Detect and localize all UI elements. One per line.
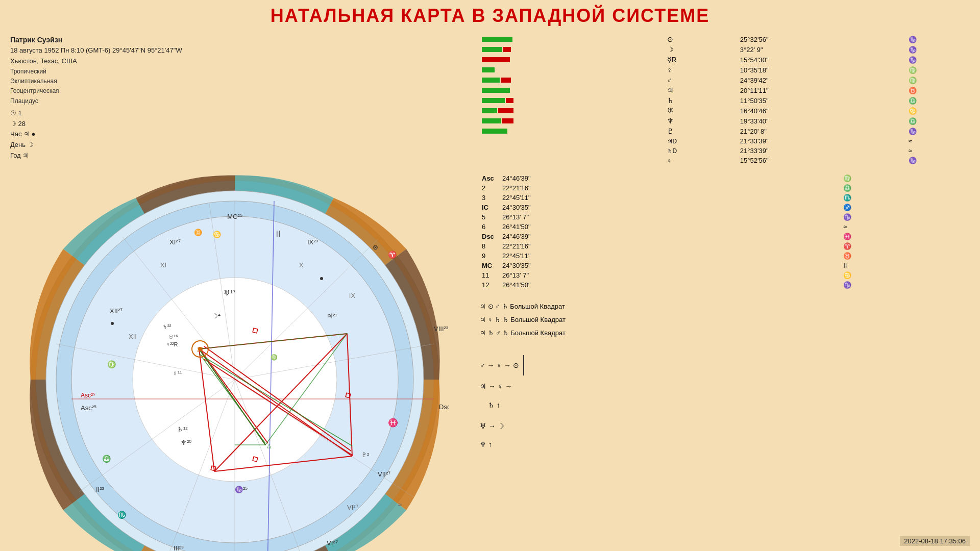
planet-row-moon: ☽ 3°22' 9" ♑ bbox=[480, 44, 970, 55]
house-11: 11 26°13' 7" ♋ bbox=[480, 270, 970, 280]
aspect-1: ♃ ⊙ ♂ ♄ Большой Квадрат bbox=[480, 300, 970, 313]
aspect-2: ♃ ♀ ♄ ♄ Большой Квадрат bbox=[480, 313, 970, 327]
person-name: Патрик Суэйзн bbox=[10, 34, 459, 45]
house-ic: IC 24°30'35" ♐ bbox=[480, 203, 970, 212]
svg-text:♈: ♈ bbox=[388, 251, 397, 259]
count-hour: Час ♃ ● bbox=[10, 129, 459, 140]
extra-sd: ♄D 21°33'39" ≈ bbox=[480, 146, 970, 156]
svg-text:⊗: ⊗ bbox=[373, 243, 378, 251]
house-5: 5 26°13' 7" ♑ bbox=[480, 212, 970, 222]
person-date: 18 августа 1952 Пн 8:10 (GMT-6) 29°45'47… bbox=[10, 45, 459, 56]
system-tropical: Тропический bbox=[10, 67, 459, 77]
svg-text:III²³: III²³ bbox=[174, 544, 184, 551]
svg-text:△: △ bbox=[267, 442, 272, 448]
svg-text:♆²⁰: ♆²⁰ bbox=[181, 439, 191, 446]
svg-text:Asc²⁵: Asc²⁵ bbox=[81, 404, 96, 412]
svg-text:♑²⁵: ♑²⁵ bbox=[235, 485, 248, 494]
svg-text:XII: XII bbox=[129, 333, 137, 340]
house-3: 3 22°45'11" ♏ bbox=[480, 193, 970, 203]
extra-jd: ♃D 21°33'39" ≈ bbox=[480, 136, 970, 146]
svg-text:♄²²: ♄²² bbox=[162, 323, 172, 330]
chain-diagram: ♂→♀→⊙ ♃→♀→ ♄↑ ♅→☽ ♆↑ bbox=[480, 355, 526, 453]
svg-text:26: 26 bbox=[197, 346, 203, 353]
svg-text:☉¹⁶: ☉¹⁶ bbox=[168, 334, 178, 340]
svg-text:VIII²³: VIII²³ bbox=[434, 325, 449, 333]
svg-text:♇²: ♇² bbox=[361, 452, 369, 459]
houses-table: Asc 24°46'39" ♍ 2 22°21'16" ♎ 3 22°45'11… bbox=[480, 173, 970, 290]
house-2: 2 22°21'16" ♎ bbox=[480, 183, 970, 193]
svg-text:VII²⁷: VII²⁷ bbox=[378, 470, 390, 478]
svg-text:XI: XI bbox=[160, 261, 166, 269]
svg-text:II: II bbox=[276, 230, 281, 238]
count-sun: ☉ 1 bbox=[10, 108, 459, 119]
count-year: Год ♃ bbox=[10, 151, 459, 161]
svg-text:♀²²R: ♀²²R bbox=[166, 341, 178, 347]
house-8: 8 22°21'16" ♈ bbox=[480, 241, 970, 251]
svg-text:X: X bbox=[299, 261, 304, 269]
svg-text:♅¹⁷: ♅¹⁷ bbox=[224, 289, 236, 297]
svg-point-68 bbox=[320, 277, 323, 280]
legend-panel: ⊙ 25°32'56" ♑ ☽ 3°22' 9" ♑ bbox=[470, 29, 980, 549]
svg-text:XI²⁷: XI²⁷ bbox=[169, 238, 181, 246]
svg-text:VI²⁷: VI²⁷ bbox=[347, 504, 358, 511]
svg-text:♓: ♓ bbox=[388, 418, 398, 428]
svg-text:♀¹¹: ♀¹¹ bbox=[173, 369, 182, 377]
count-day: День ☽ bbox=[10, 140, 459, 151]
svg-text:IX²³: IX²³ bbox=[307, 238, 318, 246]
planet-row-sun: ⊙ 25°32'56" ♑ bbox=[480, 34, 970, 44]
svg-text:Dsc²⁵: Dsc²⁵ bbox=[439, 403, 449, 411]
svg-text:VI²⁷: VI²⁷ bbox=[327, 539, 338, 547]
system-placidus: Плацидус bbox=[10, 96, 459, 106]
svg-text:♎: ♎ bbox=[102, 455, 111, 463]
chart-panel: Патрик Суэйзн 18 августа 1952 Пн 8:10 (G… bbox=[0, 29, 470, 549]
svg-text:XII²⁷: XII²⁷ bbox=[110, 307, 122, 315]
svg-text:II²³: II²³ bbox=[96, 486, 105, 493]
svg-text:♋: ♋ bbox=[213, 230, 222, 239]
house-dsc: Dsc 24°46'39" ♓ bbox=[480, 232, 970, 241]
house-mc: MC 24°30'35" II bbox=[480, 261, 970, 270]
aspects-group: ♃ ⊙ ♂ ♄ Большой Квадрат ♃ ♀ ♄ ♄ Большой … bbox=[480, 300, 970, 340]
system-ecliptic: Эклиптикальная bbox=[10, 77, 459, 86]
system-geocentric: Геоцентрическая bbox=[10, 86, 459, 96]
count-moon: ☽ 28 bbox=[10, 119, 459, 130]
svg-text:MC²⁵: MC²⁵ bbox=[227, 213, 242, 220]
svg-text:♍: ♍ bbox=[271, 354, 278, 361]
planets-table: ⊙ 25°32'56" ♑ ☽ 3°22' 9" ♑ bbox=[480, 34, 970, 165]
planet-row-mars: ♂ 24°39'42" ♍ bbox=[480, 75, 970, 85]
planet-row-pluto: ♇ 21°20' 8" ♑ bbox=[480, 126, 970, 136]
house-12: 12 26°41'50" ♑ bbox=[480, 280, 970, 290]
planet-row-mercury: ☿R 15°54'30" ♑ bbox=[480, 55, 970, 65]
house-6: 6 26°41'50" ≈ bbox=[480, 222, 970, 232]
house-9: 9 22°45'11" ♉ bbox=[480, 251, 970, 261]
svg-text:♍: ♍ bbox=[107, 360, 116, 369]
planet-row-jupiter: ♃ 20°11'11" ♉ bbox=[480, 85, 970, 95]
natal-chart: ♅¹⁷ ☽⁴ ♃²¹ ♄²² ☉¹⁶ ♀²²R 26 ♀¹¹ ♄¹² ♆²⁰ bbox=[20, 165, 449, 551]
svg-text:≈: ≈ bbox=[398, 500, 402, 509]
svg-text:♄¹²: ♄¹² bbox=[177, 425, 188, 433]
timestamp: 2022-08-18 17:35:06 bbox=[900, 536, 970, 546]
svg-text:♊: ♊ bbox=[194, 228, 203, 237]
svg-point-67 bbox=[111, 322, 114, 325]
person-location: Хьюстон, Техас, США bbox=[10, 56, 459, 67]
svg-text:♃²¹: ♃²¹ bbox=[327, 312, 337, 320]
house-asc: Asc 24°46'39" ♍ bbox=[480, 173, 970, 183]
page-title: НАТАЛЬНАЯ КАРТА В ЗАПАДНОЙ СИСТЕМЕ bbox=[0, 0, 980, 29]
svg-text:☽⁴: ☽⁴ bbox=[212, 312, 220, 320]
planet-row-neptune: ♆ 19°33'40" ♎ bbox=[480, 116, 970, 126]
planet-row-saturn: ♄ 11°50'35" ♎ bbox=[480, 95, 970, 106]
svg-text:Asc²⁵: Asc²⁵ bbox=[81, 392, 95, 399]
planet-row-venus: ♀ 10°35'18" ♍ bbox=[480, 65, 970, 75]
extra-ve: ♀ 15°52'56" ♑ bbox=[480, 156, 970, 165]
svg-text:♏: ♏ bbox=[117, 511, 127, 519]
chains-group: ♂→♀→⊙ ♃→♀→ ♄↑ ♅→☽ ♆↑ bbox=[480, 355, 970, 453]
aspect-3: ♃ ♄ ♂ ♄ Большой Квадрат bbox=[480, 327, 970, 340]
planet-row-uranus: ♅ 16°40'46" ♋ bbox=[480, 106, 970, 116]
svg-text:IX: IX bbox=[349, 292, 356, 299]
